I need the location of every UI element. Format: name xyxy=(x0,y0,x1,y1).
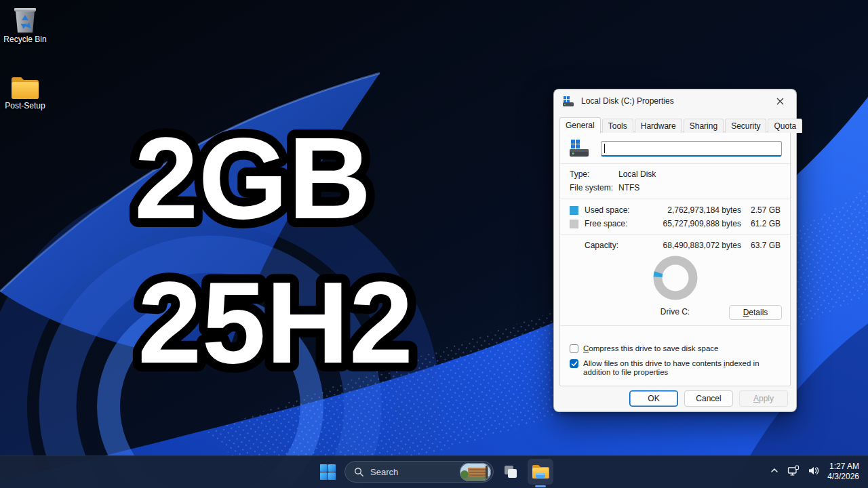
running-app-indicator xyxy=(535,485,546,487)
ok-button[interactable]: OK xyxy=(629,390,678,407)
tab-sharing[interactable]: Sharing xyxy=(684,119,724,133)
capacity-row: Capacity: 68,490,883,072 bytes 63.7 GB xyxy=(560,235,790,252)
filesystem-label: File system: xyxy=(570,183,618,192)
search-placeholder: Search xyxy=(370,467,398,477)
volume-label-input[interactable] xyxy=(601,141,782,157)
free-space-swatch xyxy=(570,220,578,228)
separator xyxy=(560,325,790,326)
volume-icon xyxy=(808,466,819,476)
free-space-size: 61.2 GB xyxy=(741,219,781,228)
task-view-button[interactable] xyxy=(498,459,524,485)
text-caret xyxy=(604,144,605,153)
start-button[interactable] xyxy=(315,459,340,485)
file-explorer-button[interactable] xyxy=(528,459,553,485)
search-icon xyxy=(354,467,364,477)
network-button[interactable] xyxy=(787,465,800,479)
drive-icon-large xyxy=(570,140,590,157)
disk-usage-donut xyxy=(560,253,790,304)
used-space-label: Used space: xyxy=(585,205,647,215)
apply-button: Apply xyxy=(739,390,788,407)
taskbar-clock[interactable]: 1:27 AM 4/3/2026 xyxy=(827,462,859,482)
compress-checkbox-label: Compress this drive to save disk space xyxy=(583,344,718,353)
task-view-icon xyxy=(503,464,518,479)
tray-chevron-button[interactable] xyxy=(770,466,779,478)
free-space-bytes: 65,727,909,888 bytes xyxy=(647,219,741,228)
compress-checkbox-row[interactable]: Compress this drive to save disk space xyxy=(570,344,782,353)
desktop-icon-label: Recycle Bin xyxy=(3,35,46,44)
tab-strip: General Tools Hardware Sharing Security … xyxy=(559,117,804,133)
desktop-icon-recycle-bin[interactable]: Recycle Bin xyxy=(0,5,50,44)
tab-general[interactable]: General xyxy=(559,117,601,134)
used-space-swatch xyxy=(570,206,578,215)
used-space-row: Used space: 2,762,973,184 bytes 2.57 GB xyxy=(560,203,790,217)
clock-date: 4/3/2026 xyxy=(827,472,859,482)
tab-quota[interactable]: Quota xyxy=(768,119,802,133)
index-checkbox[interactable] xyxy=(570,359,578,368)
drive-icon xyxy=(563,96,575,106)
details-button[interactable]: Details xyxy=(729,305,782,320)
free-space-row: Free space: 65,727,909,888 bytes 61.2 GB xyxy=(560,217,790,230)
search-highlight-thumbnail xyxy=(460,463,491,481)
cancel-button[interactable]: Cancel xyxy=(684,390,733,407)
desktop-icon-post-setup[interactable]: Post-Setup xyxy=(0,76,50,110)
windows-logo-icon xyxy=(319,464,336,481)
filesystem-value: NTFS xyxy=(618,183,781,192)
desktop-icon-label: Post-Setup xyxy=(5,102,45,110)
used-space-size: 2.57 GB xyxy=(741,205,781,215)
capacity-label: Capacity: xyxy=(585,241,647,250)
index-checkbox-label: Allow files on this drive to have conten… xyxy=(583,359,782,377)
tab-security[interactable]: Security xyxy=(725,119,766,133)
tab-hardware[interactable]: Hardware xyxy=(635,119,682,133)
clock-time: 1:27 AM xyxy=(827,462,859,472)
recycle-bin-icon xyxy=(12,5,39,34)
capacity-bytes: 68,490,883,072 bytes xyxy=(647,241,741,250)
file-explorer-icon xyxy=(532,464,549,479)
dialog-title: Local Disk (C:) Properties xyxy=(581,96,674,106)
free-space-label: Free space: xyxy=(585,219,647,228)
index-checkbox-row[interactable]: Allow files on this drive to have conten… xyxy=(570,359,782,377)
volume-button[interactable] xyxy=(808,466,819,479)
desktop: Recycle Bin Post-Setup 2GB 25H2 xyxy=(0,0,868,488)
tab-tools[interactable]: Tools xyxy=(602,119,633,133)
dialog-footer: OK Cancel Apply xyxy=(554,386,796,411)
type-value: Local Disk xyxy=(618,169,781,179)
used-space-bytes: 2,762,973,184 bytes xyxy=(647,205,741,215)
compress-checkbox[interactable] xyxy=(570,344,578,353)
taskbar: Search xyxy=(0,455,868,488)
close-icon[interactable] xyxy=(772,94,787,108)
type-label: Type: xyxy=(570,169,618,179)
capacity-size: 63.7 GB xyxy=(741,241,781,250)
drive-label-row: Drive C: Details xyxy=(560,305,790,320)
search-box[interactable]: Search xyxy=(344,461,494,483)
folder-icon xyxy=(10,76,40,100)
network-icon xyxy=(787,465,800,476)
properties-dialog: Local Disk (C:) Properties General Tools… xyxy=(553,89,797,412)
chevron-up-icon xyxy=(770,466,779,475)
general-tab-page: Type: Local Disk File system: NTFS Used … xyxy=(559,131,791,386)
dialog-titlebar: Local Disk (C:) Properties xyxy=(554,89,796,113)
